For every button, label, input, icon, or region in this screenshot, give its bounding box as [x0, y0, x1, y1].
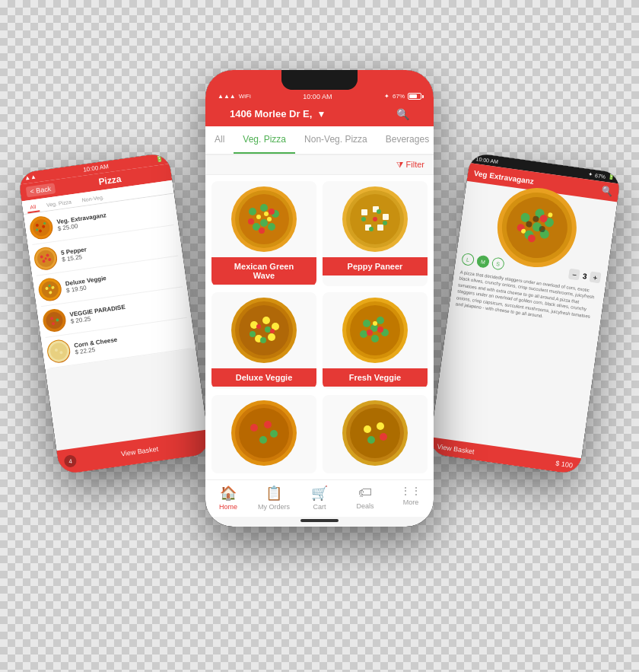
pizza-label-peppy: Peppy Paneer [323, 257, 428, 275]
svg-point-42 [256, 215, 261, 219]
svg-point-55 [369, 227, 374, 231]
deals-icon: 🏷 [358, 485, 372, 501]
more-label: More [403, 498, 419, 506]
svg-point-39 [269, 209, 275, 215]
svg-point-66 [265, 326, 271, 333]
left-back-button[interactable]: < Back [26, 183, 56, 197]
size-btn-s[interactable]: S [491, 256, 505, 270]
pizza-thumb-1 [28, 215, 54, 240]
svg-rect-49 [383, 214, 389, 220]
center-bottom-nav: 🏠 Home 📋 My Orders 🛒 Cart 🏷 Deals ⋮⋮ [205, 479, 434, 517]
pizza-card-more2[interactable] [323, 395, 428, 473]
pizza-label-fresh: Fresh Veggie [323, 368, 428, 387]
qty-increase-button[interactable]: + [590, 271, 602, 283]
svg-point-80 [377, 326, 383, 333]
svg-point-52 [361, 217, 366, 221]
cart-label: Cart [313, 503, 326, 511]
svg-point-35 [268, 223, 275, 231]
svg-point-73 [363, 320, 370, 327]
svg-point-56 [373, 217, 377, 221]
nav-deals[interactable]: 🏷 Deals [342, 485, 388, 511]
left-tab-all[interactable]: All [27, 202, 40, 213]
left-basket-count: 4 [63, 454, 77, 467]
nav-my-orders[interactable]: 📋 My Orders [251, 485, 297, 511]
center-notch-area: ▲▲▲ WiFi 10:00 AM ✦ 67% 1406 Morlee Dr E… [205, 70, 434, 126]
center-time: 10:00 AM [303, 93, 332, 100]
pizza-card-deluxe[interactable]: Deluxe Veggie [211, 292, 316, 389]
tab-nonveg-pizza[interactable]: Non-Veg. Pizza [295, 126, 377, 154]
right-qty-control: − 3 + [568, 268, 601, 283]
right-basket-label: View Basket [437, 442, 475, 455]
right-search-icon[interactable]: 🔍 [600, 185, 613, 197]
pizza-card-fresh[interactable]: Fresh Veggie [323, 292, 428, 389]
svg-point-86 [264, 421, 272, 428]
right-battery-pct: 67% [595, 172, 606, 179]
center-status-bar: ▲▲▲ WiFi 10:00 AM ✦ 67% [218, 91, 421, 104]
svg-rect-47 [361, 209, 367, 215]
svg-point-76 [371, 335, 379, 342]
left-basket-label: View Basket [120, 444, 158, 457]
bluetooth-icon: ✦ [384, 93, 389, 100]
chevron-down-icon[interactable]: ▼ [316, 109, 326, 119]
svg-point-41 [267, 217, 272, 221]
left-time: 10:00 AM [83, 163, 110, 174]
phones-scene: ▲▲ 10:00 AM 🔋 < Back Pizza All Veg. Pizz… [23, 24, 616, 648]
right-time: 10:00 AM [475, 155, 498, 164]
qty-decrease-button[interactable]: − [568, 268, 580, 280]
filter-button[interactable]: ⧩ Filter [396, 160, 424, 170]
svg-point-77 [360, 330, 367, 338]
size-btn-m[interactable]: M [476, 254, 490, 268]
svg-rect-50 [377, 225, 383, 231]
svg-point-68 [256, 324, 261, 329]
pizza-img-deluxe [211, 292, 316, 368]
svg-point-67 [260, 337, 266, 343]
pizza-info-1: Veg. Extravaganz $ 25.00 [56, 212, 108, 232]
more-icon: ⋮⋮ [400, 485, 421, 497]
nav-more[interactable]: ⋮⋮ More [388, 485, 434, 511]
center-signal-icons: ▲▲▲ WiFi [218, 93, 251, 100]
pizza-img-fresh [323, 292, 428, 368]
pizza-label-deluxe: Deluxe Veggie [211, 368, 316, 387]
pizza-img-more1 [211, 395, 316, 471]
deals-label: Deals [356, 502, 374, 510]
svg-point-87 [270, 430, 278, 438]
svg-point-79 [367, 330, 373, 336]
signal-icon: ▲▲▲ [218, 93, 236, 100]
svg-point-88 [259, 436, 267, 444]
center-category-tabs: All Veg. Pizza Non-Veg. Pizza Beverages [205, 126, 434, 155]
pizza-label-mexican: Mexican GreenWave [211, 257, 316, 285]
svg-point-65 [250, 331, 256, 337]
svg-point-43 [264, 212, 269, 216]
home-indicator [300, 519, 339, 522]
filter-icon: ⧩ [396, 160, 403, 170]
nav-cart[interactable]: 🛒 Cart [297, 485, 342, 511]
orders-icon: 📋 [265, 485, 282, 502]
pizza-card-more1[interactable] [211, 395, 316, 473]
left-signal-icon: ▲▲ [24, 173, 37, 181]
search-icon[interactable]: 🔍 [396, 108, 409, 120]
left-view-basket[interactable]: 4 View Basket [56, 429, 211, 475]
tab-veg-pizza[interactable]: Veg. Pizza [234, 126, 295, 154]
qty-value: 3 [582, 271, 587, 280]
right-battery-icon: 🔋 [607, 174, 615, 180]
svg-point-32 [249, 208, 256, 215]
right-bt-icon: ✦ [588, 170, 593, 177]
svg-point-94 [380, 433, 387, 441]
pizza-card-mexican[interactable]: Mexican GreenWave [211, 181, 316, 287]
right-view-basket[interactable]: View Basket $ 100 [428, 437, 581, 475]
svg-point-85 [250, 424, 258, 432]
tab-all[interactable]: All [205, 126, 234, 154]
pizza-card-peppy[interactable]: Peppy Paneer [323, 181, 428, 287]
tab-beverages[interactable]: Beverages [377, 126, 434, 154]
pizza-img-mexican [211, 181, 316, 257]
svg-point-38 [248, 218, 254, 225]
address-text: 1406 Morlee Dr E, [230, 108, 312, 119]
svg-point-59 [239, 305, 289, 355]
right-phone: 10:00 AM ✦ 67% 🔋 Veg Extravaganz 🔍 [428, 152, 622, 475]
battery-pct: 67% [393, 93, 405, 100]
center-address-bar[interactable]: 1406 Morlee Dr E, ▼ 🔍 [218, 104, 421, 126]
size-btn-l[interactable]: L [461, 252, 475, 266]
svg-point-53 [377, 209, 381, 214]
nav-home[interactable]: 🏠 Home [205, 485, 251, 511]
svg-point-40 [259, 228, 265, 234]
